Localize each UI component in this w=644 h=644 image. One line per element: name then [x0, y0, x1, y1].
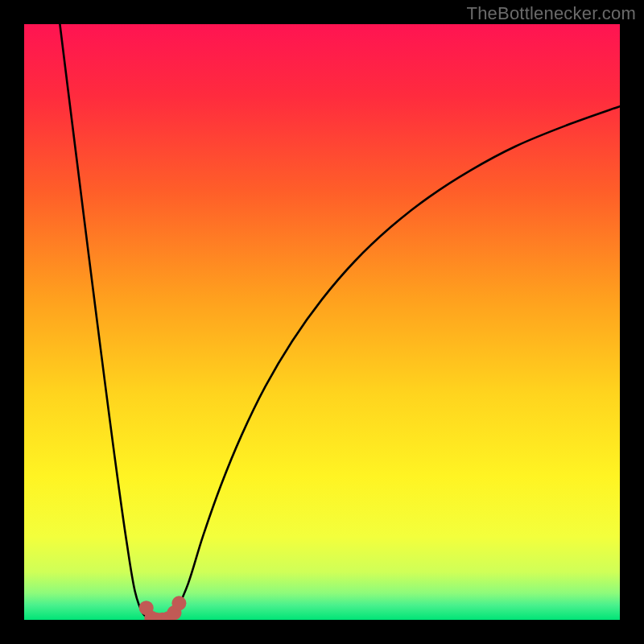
valley-marker: [171, 596, 186, 610]
watermark-text: TheBottlenecker.com: [467, 3, 636, 24]
bottleneck-chart: [24, 24, 620, 620]
chart-frame: TheBottlenecker.com: [0, 0, 644, 644]
gradient-background: [24, 24, 620, 620]
